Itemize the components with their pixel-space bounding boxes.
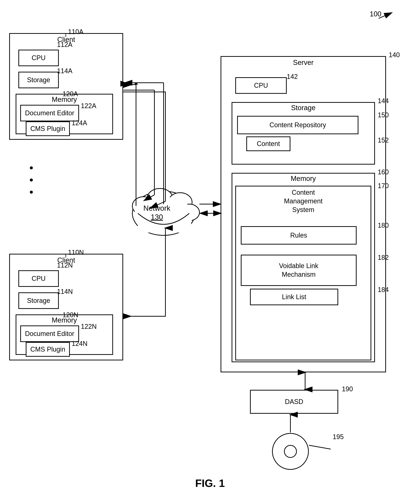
storage-a-ref: 114A — [57, 67, 72, 75]
memory-server-ref: 160 — [378, 168, 389, 176]
storage-server-label: Storage — [232, 104, 374, 112]
main-ref-label: 100 — [370, 10, 381, 18]
cms-plugin-a-ref: 124A — [72, 119, 87, 127]
cms-plugin-a-box: CMS Plugin — [26, 121, 70, 136]
memory-a-ref: 120A — [63, 90, 78, 98]
server-label: Server — [221, 59, 385, 66]
server-ref: 140 — [389, 51, 400, 59]
cms-label: ContentManagementSystem — [236, 188, 371, 214]
svg-line-22 — [130, 84, 165, 199]
client-n-ref: 110N — [68, 249, 84, 256]
cms-plugin-a-label: CMS Plugin — [30, 125, 65, 132]
link-list-box: Link List — [250, 289, 338, 305]
cms-plugin-n-box: CMS Plugin — [26, 342, 70, 357]
dasd-ref: 190 — [342, 385, 353, 393]
rules-label: Rules — [290, 232, 307, 239]
cms-plugin-n-label: CMS Plugin — [30, 346, 65, 353]
cpu-n-box: CPU — [18, 270, 59, 287]
dasd-label: DASD — [285, 398, 303, 406]
cpu-server-label: CPU — [254, 82, 268, 89]
cpu-a-label: CPU — [32, 54, 46, 62]
content-box: Content — [246, 136, 290, 151]
network-label: Network — [143, 204, 170, 212]
content-repo-ref: 150 — [378, 111, 389, 119]
doc-editor-a-box: Document Editor — [20, 105, 79, 121]
doc-editor-n-box: Document Editor — [20, 325, 79, 342]
cms-ref: 170 — [378, 182, 389, 190]
voidable-ref: 182 — [378, 254, 389, 261]
content-label: Content — [257, 140, 280, 148]
disk-arm — [309, 445, 331, 450]
storage-n-label: Storage — [27, 297, 50, 305]
doc-editor-a-ref: 122A — [81, 102, 96, 110]
memory-n-ref: 120N — [63, 311, 78, 319]
ellipsis: ••• — [30, 162, 34, 198]
memory-server-label: Memory — [232, 175, 374, 183]
doc-editor-n-label: Document Editor — [25, 330, 74, 338]
cms-plugin-n-ref: 124N — [72, 340, 88, 348]
storage-n-ref: 114N — [57, 288, 73, 295]
storage-a-box: Storage — [18, 72, 59, 88]
network-ref: 130 — [151, 213, 163, 221]
disk-ref: 195 — [333, 433, 344, 441]
dasd-box: DASD — [250, 390, 338, 414]
doc-editor-n-ref: 122N — [81, 323, 97, 330]
cpu-server-box: CPU — [235, 77, 287, 94]
content-repo-box: Content Repository — [237, 116, 358, 134]
disk-circle — [272, 433, 309, 470]
rules-box: Rules — [241, 226, 357, 245]
link-list-ref: 184 — [378, 286, 389, 294]
client-a-ref: 110A — [68, 28, 83, 36]
voidable-box: Voidable LinkMechanism — [241, 255, 357, 286]
content-ref: 152 — [378, 136, 389, 144]
rules-ref: 180 — [378, 222, 389, 229]
doc-editor-a-label: Document Editor — [25, 109, 74, 117]
cpu-n-label: CPU — [32, 275, 46, 282]
content-repo-label: Content Repository — [269, 121, 326, 129]
diagram: 100 Client CPU 112A Storage 114A Memory … — [0, 0, 420, 504]
cpu-n-ref: 112N — [57, 261, 73, 269]
cpu-a-ref: 112A — [57, 41, 72, 48]
network-cloud — [127, 184, 200, 243]
storage-a-label: Storage — [27, 76, 50, 84]
svg-marker-20 — [134, 82, 138, 84]
storage-n-box: Storage — [18, 292, 59, 309]
voidable-label: Voidable LinkMechanism — [279, 262, 318, 279]
disk-inner-circle — [284, 445, 297, 458]
link-list-label: Link List — [282, 293, 306, 301]
storage-server-ref: 144 — [378, 97, 389, 105]
cpu-server-ref: 142 — [287, 73, 298, 81]
cpu-a-box: CPU — [18, 50, 59, 66]
figure-title: FIG. 1 — [195, 477, 225, 489]
